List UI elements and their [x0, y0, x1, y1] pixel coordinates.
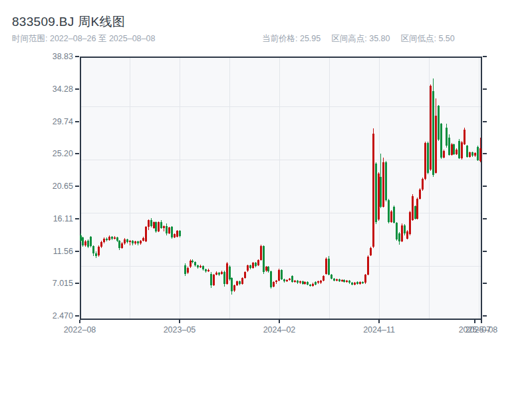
y-axis-tick — [75, 186, 79, 187]
candle-down — [414, 206, 416, 219]
x-tick-label: 2023–05 — [153, 325, 206, 334]
candle-up — [378, 174, 380, 219]
candle-down — [249, 265, 251, 268]
candle-up — [260, 246, 262, 260]
y-axis-tick — [75, 153, 79, 154]
candle-up — [461, 142, 463, 158]
candle-down — [302, 281, 304, 283]
y-tick-label: 11.56 — [20, 247, 73, 256]
candle-down — [446, 128, 448, 146]
candle-up — [430, 86, 432, 170]
candle-up — [176, 231, 178, 237]
candle-down — [393, 207, 395, 223]
candle-down — [351, 283, 353, 284]
candle-down — [338, 279, 340, 281]
candle-up — [341, 280, 343, 281]
candle-down — [218, 273, 220, 274]
h-gridline — [81, 106, 481, 107]
y-axis-tick-right — [483, 88, 487, 90]
candle-down — [315, 282, 317, 284]
y-tick-label: 38.83 — [20, 52, 73, 61]
candle-down — [270, 271, 272, 287]
candle-down — [281, 270, 283, 279]
x-tick-label: 2024–02 — [253, 325, 306, 334]
y-tick-label: 25.20 — [20, 149, 73, 158]
candle-down — [192, 261, 194, 262]
y-tick-label: 2.470 — [20, 311, 73, 321]
y-axis-tick-right — [483, 186, 487, 187]
candle-up — [278, 270, 280, 281]
candle-up — [98, 247, 100, 255]
candle-up — [108, 237, 110, 240]
y-tick-label: 20.65 — [20, 182, 73, 191]
candle-up — [153, 222, 155, 228]
candle-down — [171, 227, 173, 237]
candle-up — [419, 190, 421, 199]
y-tick-label: 29.74 — [20, 117, 73, 126]
candle-up — [325, 259, 327, 274]
x-axis-tick — [79, 320, 80, 323]
candle-down — [375, 164, 377, 222]
candle-up — [359, 282, 361, 283]
candle-up — [124, 239, 126, 243]
candle-up — [200, 266, 201, 267]
candle-down — [263, 246, 265, 273]
candle-down — [267, 267, 269, 272]
candle-up — [174, 234, 176, 237]
candle-up — [114, 237, 116, 239]
candle-up — [226, 263, 228, 283]
candle-up — [84, 241, 86, 245]
candle-down — [150, 220, 152, 226]
candle-up — [456, 150, 458, 155]
candle-down — [184, 265, 186, 274]
candle-down — [396, 223, 398, 239]
candle-up — [213, 275, 215, 285]
candle-down — [458, 141, 460, 158]
x-tick-label: 2024–11 — [352, 325, 406, 334]
range-high-label: 区间高点: 35.80 — [331, 34, 390, 43]
candle-up — [244, 272, 246, 278]
candle-down — [297, 281, 299, 283]
v-gridline — [479, 58, 479, 319]
candle-up — [145, 227, 147, 242]
candle-up — [168, 227, 170, 234]
candle-down — [205, 269, 207, 271]
y-axis-tick — [75, 251, 79, 252]
candle-up — [134, 241, 136, 243]
candle-down — [477, 147, 479, 160]
x-axis-tick — [481, 320, 482, 323]
candle-down — [328, 259, 330, 275]
x-axis-tick — [179, 320, 180, 323]
candle-down — [229, 267, 231, 279]
candle-down — [95, 253, 97, 255]
y-axis-tick-right — [483, 56, 487, 57]
candle-down — [255, 263, 257, 265]
candle-down — [333, 279, 335, 281]
candle-up — [163, 226, 165, 228]
v-gridline — [130, 58, 130, 319]
candle-down — [385, 162, 387, 200]
candle-down — [362, 282, 364, 283]
y-axis-tick — [75, 283, 79, 284]
candle-down — [398, 233, 400, 241]
candle-up — [286, 280, 288, 281]
candle-up — [241, 278, 243, 284]
candle-up — [121, 243, 123, 247]
candle-up — [346, 281, 348, 282]
candle-down — [309, 285, 311, 286]
chart-subheader: 时间范围: 2022–08–26 至 2025–08–08 当前价格: 25.9… — [0, 33, 532, 45]
candle-up — [317, 281, 319, 283]
candle-up — [451, 144, 453, 155]
candle-up — [382, 162, 384, 207]
candle-up — [100, 242, 102, 246]
candle-down — [432, 91, 434, 176]
candle-down — [160, 222, 162, 228]
candle-up — [252, 263, 254, 268]
range-low-label: 区间低点: 5.50 — [400, 34, 454, 43]
candle-down — [471, 152, 473, 156]
candle-down — [231, 278, 233, 291]
candle-down — [118, 241, 120, 248]
v-gridline — [329, 58, 330, 319]
candle-down — [194, 262, 196, 265]
y-axis-tick — [75, 56, 79, 57]
